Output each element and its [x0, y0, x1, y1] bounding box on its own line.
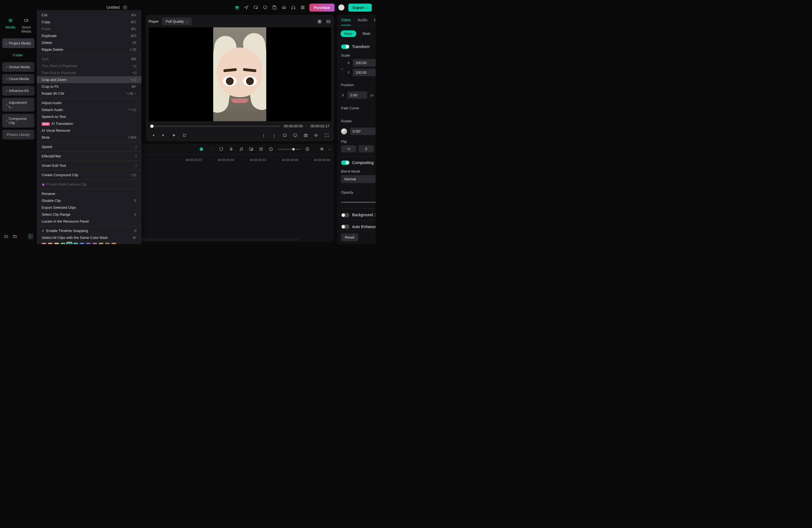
pos-x-input[interactable] [347, 91, 367, 99]
menu-speech-text[interactable]: Speech-to-Text [37, 113, 141, 120]
info-icon[interactable]: ⓘ [374, 213, 376, 217]
menu-select-range[interactable]: Select Clip RangeX [37, 211, 141, 218]
safe-zone-icon[interactable] [282, 133, 288, 138]
auto-enhance-toggle[interactable] [341, 224, 349, 229]
tab-stock-media[interactable]: Stock Media [21, 18, 31, 33]
menu-rename[interactable]: Rename [37, 190, 141, 197]
monitor-icon[interactable] [262, 5, 268, 10]
menu-cut[interactable]: Cut⌘X [37, 12, 141, 18]
adjustment-layer-section[interactable]: Adjustment L... [2, 98, 34, 112]
swatch-5[interactable] [73, 243, 78, 244]
folder-item[interactable]: Folder [2, 50, 34, 60]
cloud-media-section[interactable]: Cloud Media [2, 74, 34, 84]
lock-icon[interactable]: ⌐ [341, 67, 343, 71]
menu-mute[interactable]: Mute⇧⌘M [37, 134, 141, 141]
menu-disable-clip[interactable]: Disable ClipE [37, 197, 141, 204]
cloud-upload-icon[interactable] [281, 5, 287, 10]
gear-circle-icon[interactable] [208, 146, 214, 152]
menu-crop-fit[interactable]: Crop to Fit⌘F [37, 83, 141, 90]
reset-button[interactable]: Reset [341, 233, 358, 241]
rotate-input[interactable] [350, 128, 376, 135]
global-media-section[interactable]: Global Media [2, 62, 34, 72]
menu-export-clips[interactable]: Export Selected Clips [37, 204, 141, 211]
swatch-8[interactable] [92, 243, 97, 244]
menu-rotate90[interactable]: Rotate 90 CW⌥⌘→ [37, 90, 141, 97]
opacity-slider[interactable] [341, 202, 376, 203]
tab-color[interactable]: Color [374, 18, 376, 25]
screen-icon[interactable] [253, 5, 259, 10]
swatch-10[interactable] [105, 243, 110, 244]
bracket-in-icon[interactable]: { [261, 133, 266, 138]
menu-duplicate[interactable]: Duplicate⌘D [37, 32, 141, 39]
subtab-mask[interactable]: Mask [359, 30, 374, 37]
menu-speed[interactable]: Speed [37, 143, 141, 150]
shield-icon[interactable] [218, 146, 224, 152]
blend-mode-select[interactable]: Normal [341, 175, 376, 183]
photos-library-section[interactable]: Photos Library [2, 130, 34, 140]
swatch-1[interactable] [48, 243, 53, 244]
tab-audio[interactable]: Audio [358, 18, 367, 25]
ai-face-icon[interactable] [199, 146, 204, 152]
zoom-in-icon[interactable] [305, 146, 310, 152]
menu-crop-zoom[interactable]: Crop and Zoom⌥C [37, 76, 141, 83]
menu-effect-filter[interactable]: Effect&Filter [37, 153, 141, 160]
fullscreen-icon[interactable] [324, 133, 330, 138]
menu-delete[interactable]: Delete⌫ [37, 39, 141, 46]
apps-icon[interactable] [300, 5, 305, 10]
swatch-9[interactable] [99, 243, 103, 244]
image-icon[interactable] [325, 19, 331, 24]
user-avatar[interactable] [338, 4, 344, 11]
swatch-0[interactable] [42, 243, 46, 244]
menu-ripple-delete[interactable]: Ripple Delete⇧⌫ [37, 46, 141, 53]
menu-adjust-audio[interactable]: Adjust Audio [37, 99, 141, 106]
stop-icon[interactable] [182, 133, 187, 138]
menu-detach-audio[interactable]: Detach Audio^⌥D [37, 106, 141, 113]
transform-toggle[interactable] [341, 44, 349, 49]
flip-v-button[interactable] [359, 145, 374, 152]
purchase-button[interactable]: Purchase [309, 4, 334, 12]
swatch-7[interactable] [86, 243, 91, 244]
swatch-6[interactable] [80, 243, 84, 244]
headphones-icon[interactable] [291, 5, 296, 10]
menu-smart-edit[interactable]: Smart Edit Tool [37, 162, 141, 169]
swatch-4[interactable] [67, 243, 72, 244]
prev-frame-icon[interactable] [150, 133, 156, 138]
zoom-slider[interactable] [278, 149, 300, 150]
zoom-out-icon[interactable] [268, 146, 274, 152]
project-media-header[interactable]: Project Media [2, 39, 34, 48]
folder-out-icon[interactable] [12, 234, 18, 239]
scale-y-input[interactable] [353, 69, 376, 76]
compositing-toggle[interactable] [341, 160, 349, 165]
menu-ai-translation[interactable]: NEWAI Translation [37, 120, 141, 127]
menu-copy[interactable]: Copy⌘C [37, 18, 141, 25]
display-icon[interactable] [292, 133, 298, 138]
collapse-sidebar-button[interactable] [28, 234, 33, 239]
compound-clip-section[interactable]: Compound Clip [2, 114, 34, 128]
menu-select-color[interactable]: Select All Clips with the Same Color Mar… [37, 234, 141, 241]
play-icon[interactable] [171, 133, 177, 138]
grid-view-icon[interactable] [317, 19, 322, 24]
music-icon[interactable] [238, 146, 244, 152]
menu-locate[interactable]: Locate in the Resource Panel [37, 218, 141, 225]
save-icon[interactable] [272, 5, 277, 10]
influence-kit-section[interactable]: Influence Kit [2, 86, 34, 96]
timeline-list-icon[interactable] [319, 146, 324, 152]
pip-icon[interactable] [248, 146, 254, 152]
chevron-down-icon[interactable] [329, 148, 331, 150]
scrub-bar[interactable] [150, 126, 280, 127]
scrub-head[interactable] [150, 124, 154, 128]
export-button[interactable]: Export [348, 4, 372, 12]
play-start-icon[interactable] [161, 133, 166, 138]
menu-ai-vocal[interactable]: AI Vocal Remover [37, 127, 141, 134]
video-preview[interactable] [149, 27, 331, 121]
bracket-out-icon[interactable]: } [272, 133, 277, 138]
quality-dropdown[interactable]: Full Quality [162, 18, 192, 25]
tab-media[interactable]: Media [5, 18, 15, 33]
scale-x-input[interactable] [353, 59, 376, 67]
rotate-dial[interactable] [341, 128, 347, 134]
gift-icon[interactable] [234, 5, 240, 10]
crop-icon[interactable] [258, 146, 264, 152]
mic-icon[interactable] [228, 146, 234, 152]
flip-h-button[interactable] [341, 145, 357, 152]
swatch-3[interactable] [61, 243, 65, 244]
